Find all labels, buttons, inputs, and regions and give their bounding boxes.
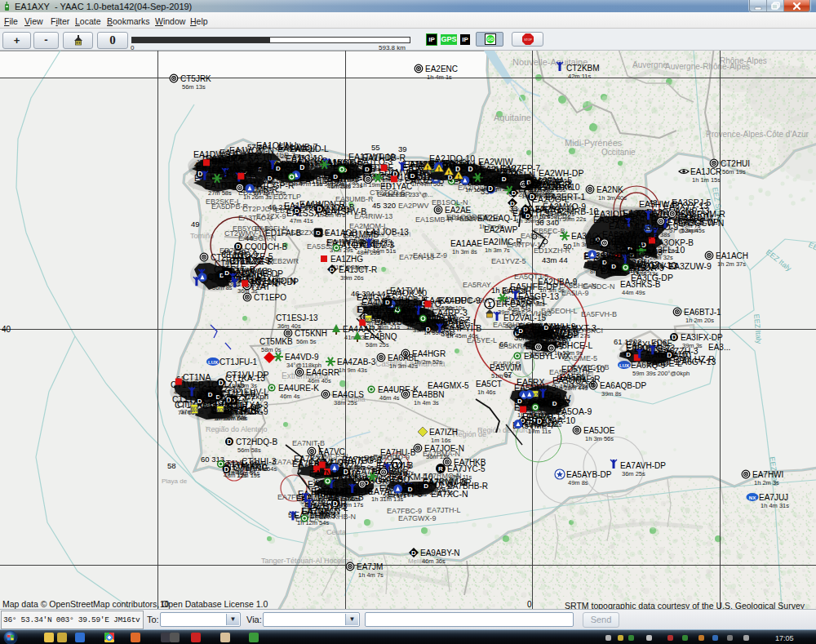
svg-text:EA7JTH-L: EA7JTH-L [427, 506, 461, 514]
svg-text:EA5AYB-DP: EA5AYB-DP [566, 470, 612, 479]
svg-text:1h 56m 2s: 1h 56m 2s [546, 211, 574, 218]
svg-text:D: D [626, 351, 631, 358]
svg-text:D: D [537, 417, 542, 425]
svg-text:1h 13m 29s: 1h 13m 29s [563, 381, 595, 389]
svg-text:D: D [333, 173, 338, 180]
svg-text:EA4BNQ: EA4BNQ [364, 332, 397, 341]
svg-text:D: D [552, 400, 557, 407]
svg-text:56m 13s: 56m 13s [182, 83, 206, 91]
svg-text:EA5JOE: EA5JOE [583, 426, 615, 435]
svg-text:EA3LG-DP: EA3LG-DP [631, 273, 673, 282]
svg-text:D: D [672, 333, 676, 341]
svg-text:EA7KM-10: EA7KM-10 [392, 472, 433, 482]
svg-text:Tanger-Tétouan-Al Hoceima: Tanger-Tétouan-Al Hoceima [261, 557, 353, 565]
svg-text:EA4GGA-N: EA4GGA-N [238, 234, 277, 242]
svg-text:D: D [455, 165, 460, 173]
svg-text:EB1QQR-DP: EB1QQR-DP [446, 213, 490, 221]
svg-text:EA4OK-10: EA4OK-10 [386, 288, 427, 298]
svg-text:1h 3m 42s: 1h 3m 42s [389, 362, 418, 370]
svg-text:EA7JUJ: EA7JUJ [759, 493, 788, 502]
svg-text:EA7GWX-9: EA7GWX-9 [398, 514, 437, 522]
svg-text:D: D [219, 379, 224, 387]
svg-text:Playa de: Playa de [162, 477, 188, 485]
svg-text:D: D [365, 166, 370, 173]
svg-text:EA4ZAB-3: EA4ZAB-3 [337, 358, 376, 366]
svg-text:41m 29s: 41m 29s [217, 411, 241, 419]
svg-text:EA1JCR: EA1JCR [690, 167, 721, 176]
svg-text:D: D [517, 398, 522, 405]
svg-text:CT1MKQ-N: CT1MKQ-N [251, 276, 296, 286]
svg-text:42m 11s: 42m 11s [568, 73, 591, 80]
svg-text:!: ! [427, 165, 428, 171]
svg-text:D: D [518, 327, 523, 335]
svg-text:58m 0s: 58m 0s [261, 346, 282, 353]
svg-text:WX: WX [365, 317, 373, 322]
svg-text:D: D [224, 465, 229, 473]
svg-text:1h 12m 24s: 1h 12m 24s [521, 193, 553, 200]
svg-text:EA5IY-B: EA5IY-B [493, 360, 521, 368]
svg-text:56m 58s: 56m 58s [237, 446, 261, 454]
svg-text:CT5JRK: CT5JRK [180, 74, 211, 83]
svg-text:D: D [411, 549, 416, 557]
svg-text:1h 1m 15s: 1h 1m 15s [692, 176, 721, 184]
svg-text:LUX: LUX [208, 360, 218, 365]
svg-text:43m 44: 43m 44 [542, 255, 568, 264]
svg-text:!: ! [438, 167, 440, 172]
svg-text:D: D [227, 437, 232, 446]
svg-text:Provence-Alpes-Côte d'Azur: Provence-Alpes-Côte d'Azur [706, 130, 809, 139]
svg-text:EA6ABL: EA6ABL [388, 353, 419, 362]
svg-text:45 320: 45 320 [372, 201, 396, 210]
svg-text:1h 3m 56s: 1h 3m 56s [585, 435, 614, 442]
svg-text:EA5AE-7: EA5AE-7 [521, 232, 551, 240]
svg-text:1h 53m 9s: 1h 53m 9s [554, 349, 583, 357]
svg-text:EB2SKE-L: EB2SKE-L [206, 198, 241, 206]
svg-text:EEZ Italy: EEZ Italy [765, 248, 793, 273]
svg-text:1h 4m 1s: 1h 4m 1s [427, 73, 452, 81]
svg-text:D: D [488, 184, 493, 193]
svg-text:WX: WX [190, 406, 198, 411]
svg-text:EB2ZXL-10: EB2ZXL-10 [290, 229, 329, 237]
svg-text:EA5HFE-DP: EA5HFE-DP [510, 282, 558, 291]
svg-text:EA5EOH-L: EA5EOH-L [541, 307, 578, 315]
svg-text:67: 67 [503, 370, 512, 379]
svg-text:40m 54s: 40m 54s [508, 305, 531, 313]
svg-text:44m 49s: 44m 49s [622, 289, 645, 296]
svg-text:EA1ULZ-9: EA1ULZ-9 [413, 251, 447, 260]
svg-text:EA1ZI-DP: EA1ZI-DP [377, 190, 410, 198]
svg-text:EA7AVH-DP: EA7AVH-DP [620, 461, 666, 470]
svg-text:1h 14m 51s: 1h 14m 51s [364, 247, 396, 255]
svg-text:EA6AQB-DP: EA6AQB-DP [600, 381, 647, 390]
svg-text:EB1SOL-N: EB1SOL-N [432, 198, 468, 207]
svg-text:CT2HUI: CT2HUI [721, 159, 750, 168]
svg-text:Occitanie: Occitanie [601, 148, 636, 157]
svg-text:40: 40 [2, 325, 11, 334]
svg-text:!: ! [458, 174, 459, 180]
svg-text:CT1TZC-9: CT1TZC-9 [229, 255, 270, 265]
svg-text:46m 4s: 46m 4s [280, 393, 300, 400]
svg-text:D: D [410, 172, 415, 180]
svg-text:1m 16s: 1m 16s [431, 437, 451, 444]
svg-text:EA4GMX-5: EA4GMX-5 [428, 381, 469, 390]
svg-text:1h 51m 23s: 1h 51m 23s [330, 182, 362, 189]
svg-text:EA7JM: EA7JM [357, 562, 383, 571]
svg-text:1h 4m 3s: 1h 4m 3s [414, 399, 439, 406]
svg-text:EA5CT: EA5CT [476, 380, 502, 389]
svg-text:1h 4m 7s: 1h 4m 7s [358, 571, 384, 579]
svg-text:EA5FVH-B: EA5FVH-B [581, 310, 617, 318]
svg-text:EA1ACH: EA1ACH [716, 251, 748, 260]
svg-text:12m 19s: 12m 19s [237, 472, 260, 479]
svg-text:EEZ...: EEZ... [807, 241, 816, 257]
svg-text:EA7FBC-9: EA7FBC-9 [387, 507, 422, 515]
svg-text:Rhône-Alpes: Rhône-Alpes [720, 56, 767, 65]
svg-text:EA2ENC: EA2ENC [425, 64, 458, 73]
svg-text:EA4GRR: EA4GRR [306, 368, 339, 377]
svg-text:CT1JFU-1: CT1JFU-1 [220, 358, 258, 366]
svg-text:55: 55 [371, 143, 380, 152]
svg-text:CT1EPO: CT1EPO [254, 293, 286, 302]
svg-text:D: D [512, 189, 517, 197]
svg-text:EA2AWP: EA2AWP [484, 225, 518, 234]
svg-text:CT5MKB: CT5MKB [259, 337, 293, 346]
svg-text:55m 37s: 55m 37s [605, 259, 629, 266]
svg-text:1h 4m 31s: 1h 4m 31s [761, 502, 789, 509]
svg-text:1h 2m 20s: 1h 2m 20s [685, 317, 714, 324]
